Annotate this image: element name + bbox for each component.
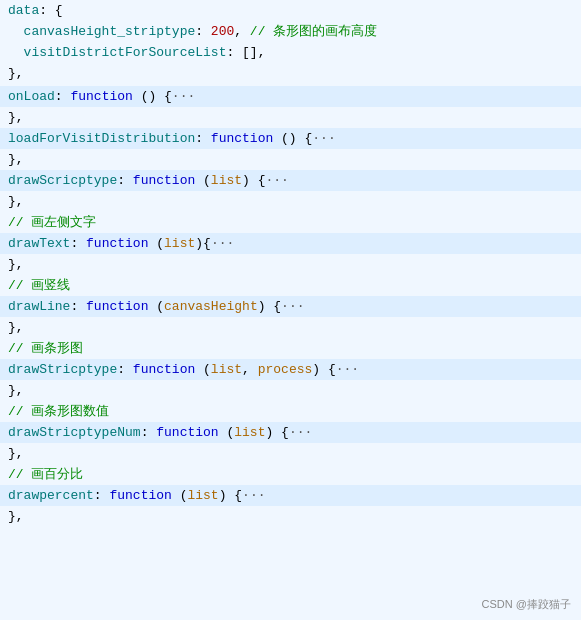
code-container: data: { canvasHeight_striptype: 200, // …	[0, 0, 581, 620]
code-line: onLoad: function () {···	[0, 86, 581, 107]
code-line: drawScricptype: function (list) {···	[0, 170, 581, 191]
code-line: visitDistrictForSourceList: [],	[0, 42, 581, 63]
code-line: // 画条形图数值	[0, 401, 581, 422]
code-line: drawStricptypeNum: function (list) {···	[0, 422, 581, 443]
code-line: drawStricptype: function (list, process)…	[0, 359, 581, 380]
code-line: },	[0, 506, 581, 527]
code-line: },	[0, 63, 581, 84]
code-line: },	[0, 443, 581, 464]
code-line: },	[0, 191, 581, 212]
code-line: drawText: function (list){···	[0, 233, 581, 254]
code-line: drawpercent: function (list) {···	[0, 485, 581, 506]
code-line: },	[0, 254, 581, 275]
code-line: },	[0, 317, 581, 338]
code-line: canvasHeight_striptype: 200, // 条形图的画布高度	[0, 21, 581, 42]
code-line: },	[0, 380, 581, 401]
code-line: },	[0, 107, 581, 128]
code-line: drawLine: function (canvasHeight) {···	[0, 296, 581, 317]
code-line: // 画百分比	[0, 464, 581, 485]
code-line: data: {	[0, 0, 581, 21]
code-line: // 画左侧文字	[0, 212, 581, 233]
code-line: // 画条形图	[0, 338, 581, 359]
code-line: loadForVisitDistribution: function () {·…	[0, 128, 581, 149]
code-line: // 画竖线	[0, 275, 581, 296]
code-line: },	[0, 149, 581, 170]
watermark: CSDN @捧跤猫子	[482, 597, 571, 612]
